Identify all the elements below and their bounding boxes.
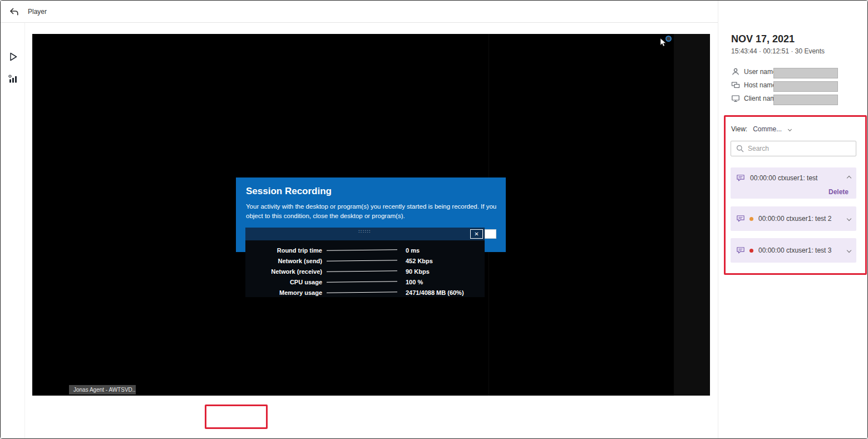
client-name-redacted-value <box>773 95 838 105</box>
view-selected-value: Comme... <box>753 125 782 133</box>
playback-controls: 7 00:00:30/00:12:51 Comments <box>1 396 718 439</box>
white-button <box>485 229 496 239</box>
status-dot-red <box>749 249 753 253</box>
sparkline <box>327 249 397 251</box>
session-recording-player-window: Player Session <box>0 0 868 439</box>
comment-icon <box>736 215 745 223</box>
close-icon[interactable]: ✕ <box>470 229 483 239</box>
left-rail <box>1 23 25 438</box>
dialog-title: Session Recording <box>246 186 496 197</box>
user-icon <box>731 67 740 76</box>
topbar: Player <box>1 1 718 23</box>
stats-rows: Round trip time 0 ms Network (send) 452 … <box>245 240 485 298</box>
chevron-down-icon[interactable] <box>847 216 851 221</box>
page-title: Player <box>28 8 47 16</box>
stat-row: Round trip time 0 ms <box>245 245 485 255</box>
drag-handle-icon[interactable]: ∷∷∷ <box>245 229 485 234</box>
stat-label: Network (receive) <box>245 268 322 275</box>
dialog-body: Your activity with the desktop or progra… <box>246 202 497 221</box>
stats-overlay: ∷∷∷ ✕ Round trip time 0 ms Network (send… <box>245 228 485 297</box>
chevron-up-icon[interactable] <box>847 176 851 180</box>
stat-value: 0 ms <box>406 247 420 254</box>
sidebar-item-statistics[interactable] <box>7 73 19 85</box>
host-icon <box>731 81 740 90</box>
pointer-event-marker <box>660 36 673 50</box>
bar-chart-icon <box>7 73 18 85</box>
stat-row: Network (receive) 90 Kbps <box>245 266 485 277</box>
client-name-row: Client name <box>731 93 780 104</box>
recorded-taskbar-label: Jonas Agent - AWTSVD... <box>69 385 136 394</box>
stat-value: 100 % <box>406 279 423 285</box>
video-letterbox <box>674 34 710 396</box>
recording-date: NOV 17, 2021 <box>731 33 795 45</box>
comment-icon <box>736 246 745 254</box>
recording-meta: 15:43:44 · 00:12:51 · 30 Events <box>731 47 825 55</box>
sparkline <box>327 260 397 262</box>
host-name-redacted-value <box>773 81 838 92</box>
sidebar-item-player[interactable] <box>7 51 19 63</box>
view-dropdown[interactable]: View: Comme... <box>731 125 791 133</box>
comment-icon <box>736 174 745 182</box>
stat-label: CPU usage <box>245 279 322 285</box>
stat-label: Round trip time <box>245 247 322 254</box>
host-name-row: Host name: <box>731 80 778 91</box>
back-icon <box>8 6 19 17</box>
sparkline <box>327 292 397 293</box>
monitor-icon <box>731 94 740 103</box>
video-canvas[interactable]: Session Recording Your activity with the… <box>32 34 710 396</box>
comments-search <box>731 141 856 156</box>
stat-row: Network (send) 452 Kbps <box>245 255 485 266</box>
comment-text: 00:00:00 ctxuser1: test 2 <box>758 215 831 223</box>
delete-comment-button[interactable]: Delete <box>828 188 849 196</box>
comment-text: 00:00:00 ctxuser1: test 3 <box>758 246 831 254</box>
user-name-row: User name: <box>731 66 778 77</box>
cursor-icon <box>660 38 667 47</box>
stat-row: CPU usage 100 % <box>245 277 485 287</box>
stat-label: Network (send) <box>245 258 322 264</box>
comment-text: 00:00:00 ctxuser1: test <box>750 174 817 182</box>
stat-value: 452 Kbps <box>406 258 433 264</box>
chevron-down-icon[interactable] <box>847 248 851 253</box>
stat-value: 2471/4088 MB (60%) <box>406 289 464 296</box>
chevron-down-icon <box>788 127 792 131</box>
comment-item[interactable]: 00:00:00 ctxuser1: test 3 <box>731 238 856 263</box>
comment-item[interactable]: 00:00:00 ctxuser1: test 2 <box>731 206 856 231</box>
play-icon <box>7 51 18 62</box>
sparkline <box>327 270 397 272</box>
sparkline <box>327 281 397 283</box>
search-input[interactable] <box>748 145 842 152</box>
stat-label: Memory usage <box>245 289 322 296</box>
back-button[interactable] <box>8 6 20 18</box>
stat-row: Memory usage 2471/4088 MB (60%) <box>245 287 485 298</box>
view-label: View: <box>731 125 747 133</box>
stats-overlay-titlebar: ∷∷∷ ✕ <box>245 228 485 240</box>
status-dot-orange <box>749 217 753 221</box>
search-icon <box>736 144 744 153</box>
user-name-redacted-value <box>773 68 838 78</box>
comment-item[interactable]: 00:00:00 ctxuser1: test Delete <box>731 167 856 199</box>
stat-value: 90 Kbps <box>406 268 430 275</box>
